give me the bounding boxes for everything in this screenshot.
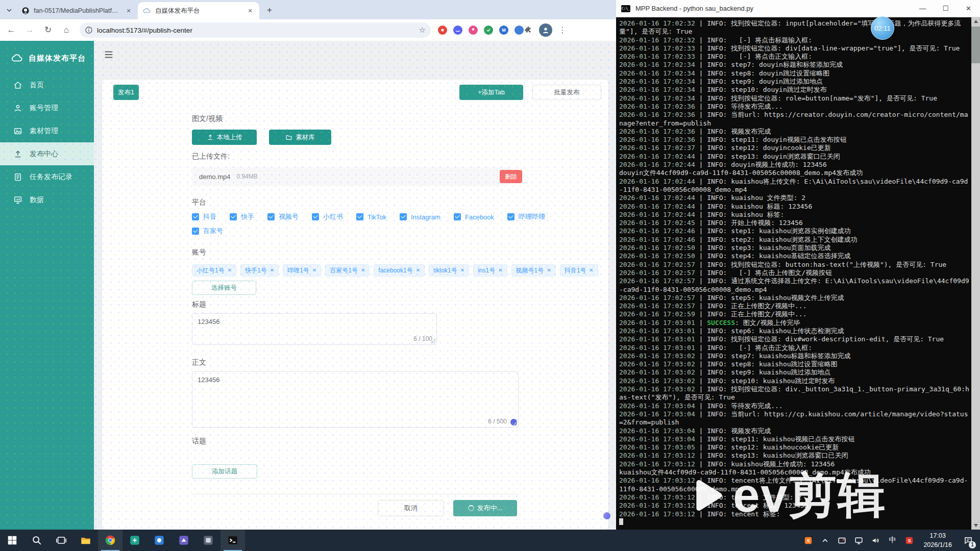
log-line: 2026-01-16 17:03:04 | INFO: step11: kuai… (619, 435, 970, 443)
minimize-icon[interactable]: — (911, 0, 934, 17)
log-line: 2026-01-16 17:03:02 | INFO: step7: kuais… (619, 352, 970, 360)
site-info-icon[interactable] (85, 26, 93, 34)
monitor-icon[interactable] (852, 534, 865, 547)
log-line: 2026-01-16 17:03:12 | INFO: step13: kuai… (619, 452, 970, 460)
address-bar[interactable]: localhost:5173/#/publish-center ☆ (80, 22, 431, 38)
taskbar-app[interactable] (98, 530, 122, 551)
monitor-extension-icon[interactable] (514, 26, 524, 35)
pink-extension-icon[interactable] (469, 26, 478, 35)
platform-checkbox[interactable]: TikTok (356, 212, 386, 221)
red-extension-icon[interactable] (438, 26, 447, 35)
platform-name: Facebook (465, 213, 494, 221)
taskbar-app[interactable] (147, 530, 172, 551)
taskbar-clock[interactable]: 17:03 2026/1/16 (919, 531, 956, 549)
profile-avatar[interactable] (539, 23, 552, 37)
publishing-button[interactable]: 发布中... (453, 500, 517, 516)
taskbar-app[interactable] (172, 530, 196, 551)
blue-m-extension-icon[interactable]: M (499, 26, 508, 35)
scroll-down-icon[interactable] (971, 521, 980, 530)
tag-close-icon[interactable]: ✕ (589, 268, 593, 273)
green-extension-icon[interactable] (484, 26, 493, 35)
platform-checkbox[interactable]: 视频号 (267, 212, 299, 221)
select-account-button[interactable]: 选择账号 (192, 281, 256, 295)
taskbar-app[interactable] (0, 530, 24, 551)
platform-checkbox[interactable]: 百家号 (192, 227, 223, 236)
taskbar-app[interactable] (196, 530, 220, 551)
reload-icon[interactable]: ↻ (41, 23, 55, 37)
close-icon[interactable]: ✕ (957, 0, 980, 17)
tag-close-icon[interactable]: ✕ (498, 268, 502, 273)
platform-checkbox[interactable]: 快手 (230, 212, 254, 221)
extensions-puzzle-icon[interactable] (524, 26, 533, 35)
terminal-log[interactable]: 2026-01-16 17:02:32 | INFO: 找到按钮定位器: inp… (619, 19, 970, 528)
loading-spinner-icon (468, 505, 474, 511)
floating-widget-dot[interactable] (603, 512, 610, 519)
browser-tab[interactable]: fan-0517/MediaPublishPlatform ✕ (16, 2, 138, 19)
taskbar-app[interactable] (49, 530, 74, 551)
tag-close-icon[interactable]: ✕ (460, 268, 464, 273)
platform-checkbox[interactable]: Instagram (400, 212, 440, 221)
delete-file-button[interactable]: 删除 (500, 170, 522, 183)
add-topic-button[interactable]: 添加话题 (192, 464, 257, 479)
sidebar-item[interactable]: 数据 (0, 188, 94, 211)
terminal-scrollbar[interactable] (971, 17, 980, 530)
screen-capture-icon[interactable] (835, 534, 848, 547)
tag-close-icon[interactable]: ✕ (361, 268, 365, 273)
new-tab-button[interactable]: + (263, 4, 276, 16)
tag-close-icon[interactable]: ✕ (547, 268, 551, 273)
collapse-sidebar-icon[interactable] (103, 49, 114, 60)
speaker-icon[interactable] (869, 534, 882, 547)
scrollbar-thumb[interactable] (971, 27, 980, 63)
indigo-extension-icon[interactable] (453, 26, 462, 35)
platform-checkbox[interactable]: 小红书 (312, 212, 343, 221)
forward-icon[interactable]: → (22, 23, 37, 37)
sidebar-item-label: 数据 (30, 195, 44, 205)
sidebar-item[interactable]: 发布中心 (0, 142, 94, 165)
tag-close-icon[interactable]: ✕ (270, 268, 274, 273)
material-library-button[interactable]: 素材库 (269, 130, 331, 145)
tab-close-icon[interactable]: ✕ (125, 7, 133, 15)
resize-handle-icon[interactable] (512, 421, 517, 426)
sidebar-item[interactable]: 素材管理 (0, 119, 94, 142)
cancel-button[interactable]: 取消 (378, 500, 444, 516)
tag-close-icon[interactable]: ✕ (312, 268, 316, 273)
divider (192, 494, 519, 494)
maximize-icon[interactable]: ☐ (934, 0, 957, 17)
sogou-red-icon[interactable]: S (902, 534, 916, 547)
scroll-up-icon[interactable] (971, 17, 980, 26)
browser-tab[interactable]: 自媒体发布平台 ✕ (138, 2, 259, 19)
platform-checkbox[interactable]: 哔哩哔哩 (507, 212, 545, 221)
taskbar-app[interactable] (24, 530, 49, 551)
sidebar-item[interactable]: 账号管理 (0, 96, 94, 119)
chevron-up-icon[interactable] (818, 534, 831, 547)
taskbar-app[interactable] (220, 530, 245, 551)
bookmark-star-icon[interactable]: ☆ (419, 26, 426, 35)
add-tab-button[interactable]: +添加Tab (459, 85, 523, 100)
platform-checkbox[interactable]: 抖音 (192, 212, 216, 221)
resize-handle-icon[interactable] (430, 338, 435, 343)
action-center-button[interactable]: 1 (960, 530, 977, 551)
sidebar-item[interactable]: 任务发布记录 (0, 165, 94, 188)
tab-close-icon[interactable]: ✕ (246, 7, 254, 15)
taskbar-app[interactable] (122, 530, 147, 551)
home-icon[interactable]: ⌂ (59, 23, 74, 37)
ime-indicator[interactable]: 中 (886, 534, 899, 547)
tasks-icon (13, 172, 22, 182)
sogou-orange-icon[interactable]: S (801, 534, 815, 547)
recording-timer[interactable]: 02:11 (871, 16, 894, 40)
browser-menu-icon[interactable]: ⋮ (557, 26, 568, 35)
chevron-down-icon[interactable] (5, 6, 13, 14)
checkbox-checked-icon (507, 213, 514, 220)
tag-close-icon[interactable]: ✕ (416, 268, 420, 273)
title-input[interactable]: 123456 6 / 100 (192, 313, 437, 345)
taskbar-app[interactable] (74, 530, 98, 551)
publish-tab[interactable]: 发布1 (113, 85, 139, 100)
local-upload-button[interactable]: 本地上传 (192, 130, 257, 145)
sidebar-item[interactable]: 首页 (0, 73, 94, 96)
content-input[interactable]: 123456 6 / 500 (192, 371, 519, 428)
platform-checkbox[interactable]: Facebook (454, 212, 494, 221)
tag-close-icon[interactable]: ✕ (228, 268, 232, 273)
batch-publish-button[interactable]: 批量发布 (532, 85, 601, 100)
account-tag-label: 快手1号 (245, 266, 267, 275)
back-icon[interactable]: ← (4, 23, 18, 37)
